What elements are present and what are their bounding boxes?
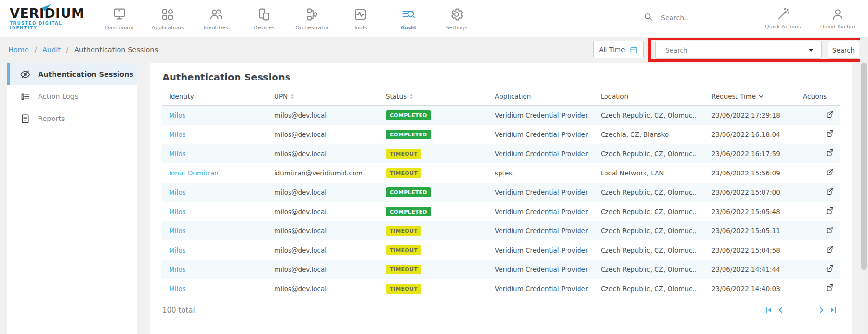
- identity-cell: Milos: [162, 240, 272, 260]
- nav-icon: [112, 7, 127, 22]
- open-session-icon[interactable]: [825, 225, 835, 235]
- nav-item-label: Audit: [400, 25, 416, 31]
- open-session-icon[interactable]: [825, 244, 835, 254]
- request-time-cell: 23/06/2022 15:05:48: [710, 202, 801, 221]
- column-header[interactable]: Status: [384, 89, 493, 106]
- user-menu-button[interactable]: David Kuchar: [820, 7, 855, 30]
- location-cell: Czech Republic, CZ, Olomuc..: [599, 279, 710, 298]
- table-row: Milos milos@dev.local COMPLETED Veridium…: [162, 183, 840, 202]
- nav-item[interactable]: Tools: [336, 7, 384, 31]
- nav-item[interactable]: Orchestrator: [288, 7, 336, 31]
- location-cell: Czech Republic, CZ, Olomuc..: [599, 221, 710, 240]
- sidebar-item[interactable]: Action Logs: [7, 85, 137, 107]
- breadcrumb-home-link[interactable]: Home: [8, 46, 29, 53]
- identity-link[interactable]: Milos: [169, 111, 185, 119]
- nav-item[interactable]: Audit: [384, 7, 433, 31]
- upn-cell: milos@dev.local: [272, 202, 384, 221]
- scrollbar-track[interactable]: [860, 38, 868, 334]
- status-badge: TIMEOUT: [386, 265, 421, 274]
- identity-link[interactable]: Milos: [169, 227, 185, 235]
- column-header[interactable]: Application: [493, 89, 599, 106]
- sidebar-item[interactable]: Authentication Sessions: [7, 63, 137, 85]
- actions-cell: [801, 279, 840, 298]
- sort-icon: [290, 94, 294, 100]
- identity-link[interactable]: Milos: [169, 131, 185, 138]
- nav-item[interactable]: Identities: [192, 7, 240, 31]
- nav-item[interactable]: Devices: [240, 7, 288, 31]
- column-header[interactable]: Location: [599, 89, 710, 106]
- identity-link[interactable]: Milos: [169, 208, 185, 215]
- nav-item-label: Devices: [253, 25, 274, 31]
- quick-actions-button[interactable]: Quick Actions: [765, 7, 801, 30]
- time-range-button[interactable]: All Time: [593, 41, 644, 58]
- next-page-button[interactable]: [818, 307, 825, 314]
- open-session-icon[interactable]: [825, 206, 835, 215]
- nav-item[interactable]: Applications: [144, 7, 192, 31]
- table-footer: 100 total: [162, 306, 840, 315]
- nav-icon: [449, 7, 464, 22]
- breadcrumb-audit-link[interactable]: Audit: [42, 46, 61, 53]
- location-cell: Czech Republic, CZ, Olomuc..: [599, 240, 710, 260]
- upn-cell: milos@dev.local: [272, 125, 384, 144]
- status-badge: TIMEOUT: [386, 168, 421, 178]
- header-search-input[interactable]: [661, 14, 723, 22]
- request-time-cell: 23/06/2022 16:18:04: [710, 125, 801, 144]
- sidebar-item[interactable]: Reports: [7, 107, 137, 130]
- nav-item[interactable]: Settings: [433, 7, 481, 31]
- status-cell: TIMEOUT: [384, 163, 493, 183]
- identity-link[interactable]: Milos: [169, 150, 185, 158]
- nav-item[interactable]: Dashboard: [95, 7, 144, 31]
- filter-search-dropdown[interactable]: Search: [655, 41, 822, 59]
- request-time-cell: 23/06/2022 14:41:44: [710, 260, 801, 279]
- first-page-button[interactable]: [765, 307, 772, 314]
- identity-link[interactable]: Milos: [169, 266, 185, 273]
- application-cell: sptest: [493, 163, 599, 183]
- upn-cell: milos@dev.local: [272, 260, 384, 279]
- column-header[interactable]: Request Time: [710, 89, 801, 106]
- open-session-icon[interactable]: [825, 283, 835, 293]
- table-row: Milos milos@dev.local COMPLETED Veridium…: [162, 106, 840, 125]
- sidebar: Authentication Sessions Action Logs Repo…: [7, 63, 137, 334]
- upn-cell: milos@dev.local: [272, 183, 384, 202]
- status-cell: TIMEOUT: [384, 144, 493, 163]
- last-page-button[interactable]: [830, 307, 837, 314]
- sidebar-item-label: Reports: [38, 115, 65, 122]
- status-cell: COMPLETED: [384, 125, 493, 144]
- open-session-icon[interactable]: [825, 109, 835, 119]
- status-badge: COMPLETED: [386, 207, 431, 216]
- breadcrumb-separator: /: [66, 46, 69, 53]
- search-button[interactable]: Search: [828, 41, 859, 59]
- column-header[interactable]: UPN: [272, 89, 384, 106]
- nav-icon: [208, 7, 224, 22]
- open-session-icon[interactable]: [825, 148, 835, 158]
- calendar-icon: [629, 45, 638, 54]
- previous-page-button[interactable]: [777, 307, 784, 314]
- scrollbar-thumb[interactable]: [861, 63, 867, 270]
- identity-cell: Milos: [162, 279, 272, 298]
- identity-link[interactable]: Milos: [169, 188, 185, 196]
- column-header-label: Location: [601, 93, 628, 100]
- sidebar-item-icon: [20, 91, 31, 102]
- open-session-icon[interactable]: [825, 264, 835, 273]
- status-cell: TIMEOUT: [384, 279, 493, 298]
- identity-link[interactable]: Milos: [169, 246, 185, 254]
- table-row: Milos milos@dev.local TIMEOUT Veridium C…: [162, 221, 840, 240]
- open-session-icon[interactable]: [825, 129, 835, 138]
- open-session-icon[interactable]: [825, 167, 835, 177]
- main-card: Authentication Sessions Identity UPN Sta…: [150, 63, 852, 334]
- request-time-cell: 23/06/2022 15:05:11: [710, 221, 801, 240]
- identity-cell: Milos: [162, 144, 272, 163]
- upn-cell: milos@dev.local: [272, 106, 384, 125]
- page-title: Authentication Sessions: [162, 72, 852, 83]
- table-row: Milos milos@dev.local TIMEOUT Veridium C…: [162, 279, 840, 298]
- sidebar-item-icon: [20, 69, 31, 80]
- column-header-label: Application: [495, 93, 531, 100]
- location-cell: Local Network, LAN: [599, 163, 710, 183]
- column-header[interactable]: Actions: [801, 89, 840, 106]
- open-session-icon[interactable]: [825, 187, 835, 196]
- column-header[interactable]: Identity: [162, 89, 272, 106]
- request-time-cell: 23/06/2022 14:40:03: [710, 279, 801, 298]
- identity-link[interactable]: Milos: [169, 285, 185, 293]
- identity-link[interactable]: Ionut Dumitran: [169, 169, 218, 177]
- user-icon: [830, 7, 845, 22]
